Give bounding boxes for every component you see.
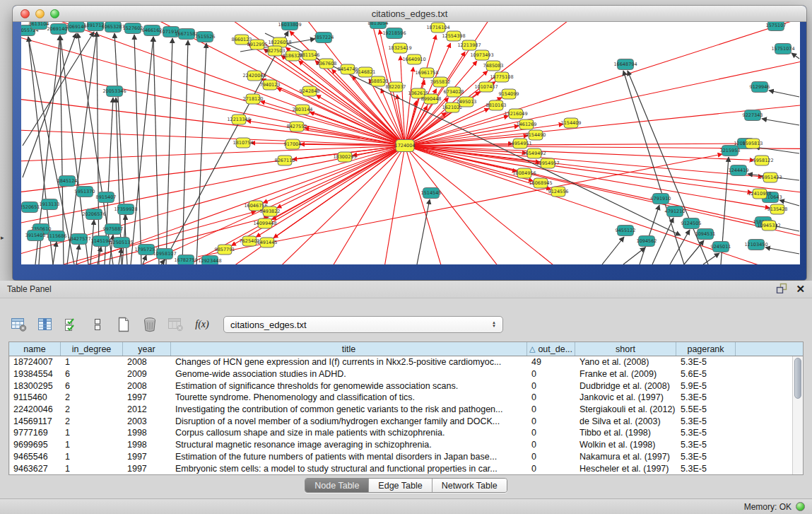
panel-collapse-arrow-icon[interactable]: ▸ (1, 234, 4, 241)
network-window[interactable]: citations_edges.txt 24055724861310420691… (13, 6, 806, 280)
graph-node[interactable]: 1094531 (695, 229, 716, 240)
graph-node[interactable]: 18325419 (388, 43, 411, 53)
graph-node[interactable]: 13427577 (67, 234, 90, 245)
graph-node[interactable]: 7515526 (195, 32, 216, 42)
graph-node[interactable]: 9975887 (103, 224, 124, 235)
graph-node[interactable]: 9124505 (681, 218, 702, 229)
select-attributes-icon[interactable] (62, 316, 81, 333)
column-header-in_degree[interactable]: in_degree (61, 342, 123, 356)
new-table-icon[interactable] (114, 316, 133, 333)
graph-node[interactable]: 16951423 (758, 173, 782, 182)
graph-node[interactable]: 15751074 (771, 44, 794, 54)
float-panel-icon[interactable] (775, 283, 787, 296)
function-builder-icon[interactable]: f(x) (193, 316, 211, 333)
graph-node[interactable]: 9129946 (750, 82, 770, 93)
graph-node[interactable]: 16549492 (522, 148, 546, 158)
column-header-name[interactable]: name (9, 342, 61, 356)
scrollbar-thumb[interactable] (794, 358, 801, 399)
graph-node[interactable]: 12554398 (442, 31, 465, 41)
graph-node[interactable]: 8915407 (96, 192, 117, 203)
graph-node[interactable]: 10958107 (153, 249, 176, 259)
table-selector-dropdown[interactable]: citations_edges.txt ▲▼ (223, 316, 503, 333)
column-header-year[interactable]: year (123, 342, 171, 356)
graph-node[interactable]: 13216049 (504, 109, 527, 119)
graph-node[interactable]: 1244419 (729, 165, 749, 176)
table-type-tabs[interactable]: Node TableEdge TableNetwork Table (305, 478, 507, 493)
network-graph-canvas[interactable]: 2405572486131042069140610691401891712710… (21, 22, 800, 264)
graph-node[interactable]: 7857224 (314, 33, 334, 43)
graph-node[interactable]: 20053346 (102, 86, 126, 97)
table-row[interactable]: 911546021997Tourette syndrome. Phenomeno… (9, 392, 792, 404)
graph-node[interactable]: 1491445 (257, 238, 278, 247)
graph-node[interactable]: 5951370 (75, 187, 95, 197)
row-height-icon[interactable] (88, 316, 107, 333)
tab-edge-table[interactable]: Edge Table (369, 479, 432, 492)
graph-node[interactable]: 16648794 (613, 59, 637, 70)
table-panel-titlebar[interactable]: Table Panel ✕ (0, 281, 812, 298)
graph-node[interactable]: 18775108 (490, 72, 513, 82)
graph-node[interactable]: 1913133 (40, 199, 60, 210)
graph-node[interactable]: 15958122 (750, 156, 773, 165)
graph-node[interactable]: 9245011 (711, 242, 731, 252)
table-row[interactable]: 946362711997Embryonic stem cells: a mode… (9, 462, 792, 474)
graph-node[interactable]: 8267110 (275, 156, 295, 165)
graph-node[interactable]: 7955812 (430, 77, 451, 87)
tab-node-table[interactable]: Node Table (305, 479, 369, 492)
table-row[interactable]: 2242004622012Investigating the contribut… (9, 404, 792, 416)
memory-status-dot[interactable] (796, 502, 805, 511)
table-row[interactable]: 969969511998Structural magnetic resonanc… (9, 439, 792, 451)
graph-node[interactable]: 1145194 (91, 236, 112, 247)
table-settings-icon[interactable] (10, 316, 28, 333)
citation-network-graph[interactable]: 2405572486131042069140610691401891712710… (21, 22, 800, 264)
graph-node[interactable]: 1094562 (637, 236, 657, 247)
graph-node[interactable]: 9227343 (743, 110, 763, 121)
close-window-icon[interactable] (20, 9, 30, 18)
graph-node[interactable]: 1527602 (123, 23, 143, 34)
graph-node[interactable]: 16961758 (415, 68, 438, 78)
graph-node[interactable]: 2520651 (21, 202, 40, 213)
graph-node[interactable]: 1154409 (561, 118, 582, 128)
table-row[interactable]: 977716911998Corpus callosum shape and si… (9, 427, 792, 439)
graph-node[interactable]: 9135428 (767, 204, 788, 214)
graph-node[interactable]: 16068945 (529, 178, 552, 188)
graph-node[interactable]: 12213987 (457, 40, 481, 50)
minimize-window-icon[interactable] (35, 9, 45, 18)
show-column-icon[interactable] (36, 316, 54, 333)
graph-node[interactable]: 20206576 (82, 209, 105, 220)
column-header-title[interactable]: title (171, 342, 527, 356)
zoom-window-icon[interactable] (50, 9, 59, 18)
graph-node[interactable]: 1845124 (57, 176, 78, 187)
node-table[interactable]: namein_degreeyeartitle△out_de...shortpag… (8, 341, 804, 475)
graph-node[interactable]: 12103450 (744, 240, 767, 250)
table-row[interactable]: 1830029562008Estimation of significance … (9, 380, 792, 392)
column-header-short[interactable]: short (575, 342, 676, 356)
graph-node[interactable]: 17359928 (114, 204, 137, 215)
column-header-out_de[interactable]: △out_de... (527, 342, 575, 356)
delete-row-icon[interactable] (141, 316, 159, 333)
graph-node[interactable]: 2718120 (243, 94, 264, 104)
graph-node[interactable]: 3915405 (25, 230, 46, 241)
graph-node[interactable]: 10107437 (474, 82, 498, 92)
graph-node[interactable]: 19218596 (382, 28, 406, 39)
graph-node[interactable]: 4791210 (665, 206, 686, 217)
table-row[interactable]: 1872400712008Changes of HCN gene express… (9, 356, 792, 368)
table-row[interactable]: 1938455462009Genome-wide association stu… (9, 368, 792, 380)
graph-node[interactable]: 9242848 (300, 86, 320, 96)
graph-node[interactable]: 12213349 (227, 115, 250, 124)
table-row[interactable]: 946554611997Estimation of the future num… (9, 451, 792, 463)
graph-node[interactable]: 9146821 (355, 67, 376, 77)
tab-network-table[interactable]: Network Table (433, 479, 507, 492)
column-header-pagerank[interactable]: pagerank (676, 342, 736, 356)
graph-node[interactable]: 12923448 (198, 256, 221, 265)
graph-node[interactable]: 1724004 (395, 140, 416, 152)
table-row[interactable]: 1456911722003Disruption of a novel membe… (9, 415, 792, 427)
graph-node[interactable]: 1575107 (766, 22, 787, 31)
graph-node[interactable]: 16033809 (278, 22, 301, 30)
graph-node[interactable]: 9455122 (616, 226, 636, 236)
vertical-scrollbar[interactable] (792, 356, 803, 474)
graph-node[interactable]: 16640910 (402, 54, 425, 64)
graph-node[interactable]: 8813054 (368, 22, 389, 29)
graph-node[interactable]: 917004 (284, 139, 302, 149)
graph-node[interactable]: 7485083 (483, 61, 504, 71)
graph-node[interactable]: 12505135 (110, 238, 133, 248)
